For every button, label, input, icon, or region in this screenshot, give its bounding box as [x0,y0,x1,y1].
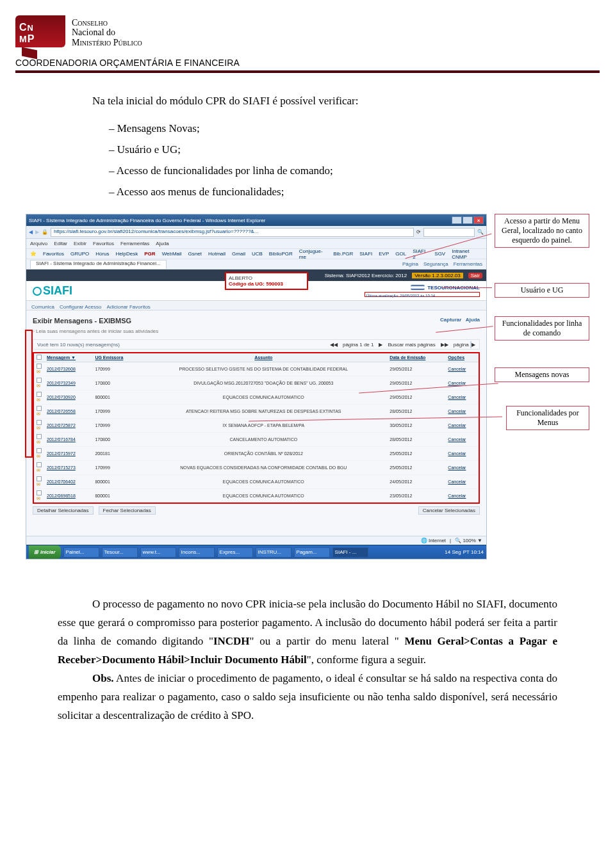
table-row[interactable]: ✉2012/0715273170999NOVAS EQUACOES CONSID… [33,461,479,475]
fav-item[interactable]: WebMail [162,251,182,257]
cell-mensagem[interactable]: 2012/0715972 [44,447,92,461]
cell-mensagem[interactable]: 2012/0730920 [44,390,92,405]
menu-item[interactable]: Exibir [74,241,86,246]
cancel-link[interactable]: Cancelar [448,423,466,428]
fav-item[interactable]: BiblioPGR [269,251,293,257]
fav-item[interactable]: EVP [379,251,389,257]
row-checkbox[interactable] [37,476,42,481]
cell-mensagem[interactable]: 2012/0732608 [44,362,92,376]
table-row[interactable]: ✉2012/0726558170999ATENCAO! REITERA MSG … [33,405,479,419]
fav-item[interactable]: Gmail [232,251,245,257]
cancel-link[interactable]: Cancelar [448,479,466,484]
fav-item[interactable]: PGR [144,251,155,257]
col-data[interactable]: Data de Emissão [387,353,445,362]
task-item[interactable]: Expres... [217,547,253,558]
fav-item[interactable]: UCB [252,251,263,257]
task-item[interactable]: INSTRU... [256,547,291,558]
tb-btn[interactable]: Ferramentas [454,261,482,267]
fav-item[interactable]: GRUPO [70,251,89,257]
task-item[interactable]: Painel... [63,547,99,558]
pager-buscar[interactable]: Buscar mais páginas [388,342,435,348]
tb-btn[interactable]: Página [402,261,418,267]
col-ug[interactable]: UG Emissora [92,353,140,362]
cancel-link[interactable]: Cancelar [448,465,466,470]
fav-item[interactable]: Hotmail [208,251,226,257]
fav-item[interactable]: SIAFI [359,251,372,257]
row-checkbox[interactable] [37,378,42,383]
table-row[interactable]: ✉2012/0698518800001EQUACOES COMUNICA AUT… [33,489,479,504]
cancel-link[interactable]: Cancelar [448,395,466,399]
cancel-link[interactable]: Cancelar [448,367,466,371]
cell-mensagem[interactable]: 2012/0698518 [44,489,92,504]
fav-item[interactable]: SGV [434,251,445,257]
row-checkbox[interactable] [37,392,42,397]
col-mensagem[interactable]: Mensagem ▼ [44,353,92,362]
siafi-tab[interactable]: Adicionar Favoritos [106,304,150,310]
cancel-link[interactable]: Cancelar [448,437,466,442]
siafi-tab[interactable]: Configurar Acesso [60,304,101,310]
task-item[interactable]: Tesour... [102,547,138,558]
detalhar-button[interactable]: Detalhar Selecionadas [33,506,94,515]
menu-item[interactable]: Favoritos [93,241,114,246]
task-item[interactable]: www.t... [140,547,176,558]
zoom-level[interactable]: 🔍 100% ▼ [455,538,482,543]
task-item-selected[interactable]: SIAFI - ... [332,547,368,558]
select-all-checkbox[interactable] [37,355,42,360]
forward-icon[interactable]: ▶ [35,229,39,235]
help-link[interactable]: Ajuda [466,317,480,323]
menu-item[interactable]: Editar [54,241,67,246]
cell-mensagem[interactable]: 2012/0715273 [44,461,92,475]
browser-tab[interactable]: SIAFI - Sistema Integrado de Administraç… [30,260,167,269]
maximize-button[interactable] [463,216,473,224]
refresh-icon[interactable]: ⟳ [416,229,421,235]
cell-mensagem[interactable]: 2012/0732349 [44,376,92,390]
cell-mensagem[interactable]: 2012/0725872 [44,419,92,433]
fav-item[interactable]: HelpDesk [116,251,138,257]
fav-item[interactable]: Gsnet [188,251,202,257]
tb-btn[interactable]: Segurança [423,261,448,267]
row-checkbox[interactable] [37,462,42,467]
sair-button[interactable]: Sair [468,273,482,278]
cell-mensagem[interactable]: 2012/0726558 [44,405,92,419]
task-item[interactable]: Incons... [179,547,215,558]
cell-mensagem[interactable]: 2012/0716784 [44,433,92,447]
close-button[interactable]: × [473,216,484,224]
fav-item[interactable]: Intranet CNMP [452,248,482,260]
table-row[interactable]: ✉2012/0716784170800CANCELAMENTO AUTOMATI… [33,433,479,447]
cancel-link[interactable]: Cancelar [448,451,466,456]
cancel-sel-button[interactable]: Cancelar Selecionadas [418,506,480,515]
search-field[interactable] [423,228,475,237]
row-checkbox[interactable] [37,448,42,453]
table-row[interactable]: ✉2012/0730920800001EQUACOES COMUNICA AUT… [33,390,479,405]
menu-item[interactable]: Ajuda [156,241,168,246]
minimize-button[interactable] [452,216,462,224]
capture-link[interactable]: Capturar [440,317,461,323]
fechar-button[interactable]: Fechar Selecionadas [99,506,156,515]
search-icon[interactable]: 🔍 [477,229,484,235]
cancel-link[interactable]: Cancelar [448,494,466,498]
table-row[interactable]: ✉2012/0732608170999PROCESSO SELETIVO GSI… [33,362,479,376]
page-input[interactable] [470,341,472,348]
table-row[interactable]: ✉2012/0715972200181ORIENTAÇÃO CONTÁBIL N… [33,447,479,461]
col-assunto[interactable]: Assunto [140,353,387,362]
row-checkbox[interactable] [37,420,42,425]
siafi-tab[interactable]: Comunica [31,304,54,310]
table-row[interactable]: ✉2012/0732349170800DIVULGAÇÃO MSG.201207… [33,376,479,390]
row-checkbox[interactable] [37,406,42,411]
row-checkbox[interactable] [37,490,42,495]
cancel-link[interactable]: Cancelar [448,409,466,414]
url-field[interactable]: https://siafi.tesouro.gov.br/siafi2012/c… [51,228,414,237]
fav-item[interactable]: Hórus [95,251,109,257]
fav-item[interactable]: Bib.PGR [333,251,353,257]
table-row[interactable]: ✉2012/0706402800001EQUACOES COMUNICA AUT… [33,475,479,489]
start-button[interactable]: ⊞ Iniciar [29,545,61,559]
row-checkbox[interactable] [37,364,42,369]
fav-item[interactable]: Conjugue-me [299,248,327,260]
task-item[interactable]: Pagam... [294,547,330,558]
menu-item[interactable]: Arquivo [30,241,47,246]
menu-item[interactable]: Ferramentas [120,241,149,246]
fav-item[interactable]: GOL [395,251,406,257]
back-icon[interactable]: ◀ [29,229,33,235]
fav-item[interactable]: Favoritos [43,251,64,257]
row-checkbox[interactable] [37,434,42,439]
